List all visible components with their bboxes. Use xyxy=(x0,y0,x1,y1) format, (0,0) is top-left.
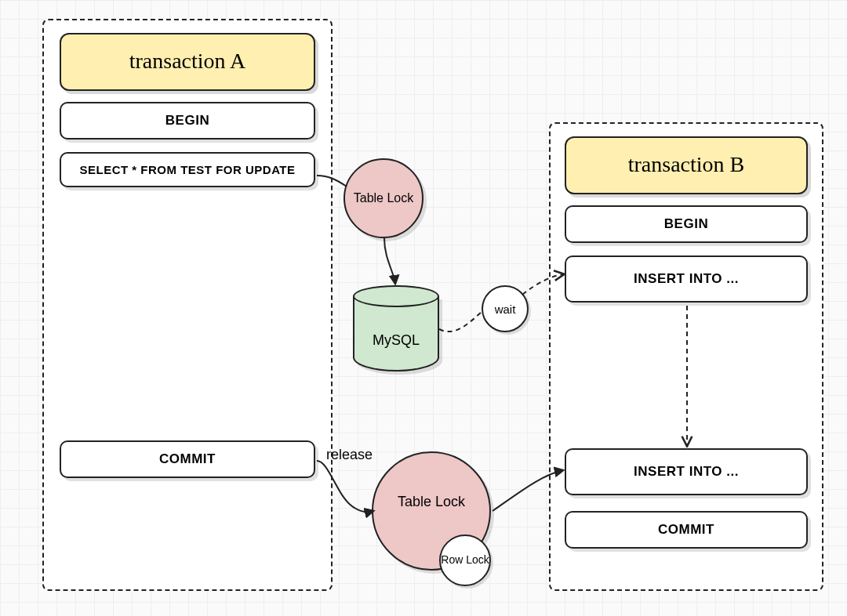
table-lock-1-circle: Table Lock xyxy=(344,158,424,238)
begin-box-a: BEGIN xyxy=(60,102,315,140)
wait-circle: wait xyxy=(482,285,529,332)
insert2-box-b: INSERT INTO ... xyxy=(565,448,808,495)
mysql-database-icon: MySQL xyxy=(353,285,439,371)
commit-box-a: COMMIT xyxy=(60,440,315,478)
mysql-label: MySQL xyxy=(353,332,439,349)
transaction-b-header: transaction B xyxy=(565,136,808,194)
transaction-a-header: transaction A xyxy=(60,33,315,91)
commit-box-b: COMMIT xyxy=(565,511,808,549)
begin-box-b: BEGIN xyxy=(565,205,808,243)
release-label: release xyxy=(326,447,373,463)
select-box-a: SELECT * FROM TEST FOR UPDATE xyxy=(60,152,315,187)
table-lock-2-label: Table Lock xyxy=(398,494,465,510)
row-lock-circle: Row Lock xyxy=(439,534,491,586)
insert1-box-b: INSERT INTO ... xyxy=(565,255,808,303)
